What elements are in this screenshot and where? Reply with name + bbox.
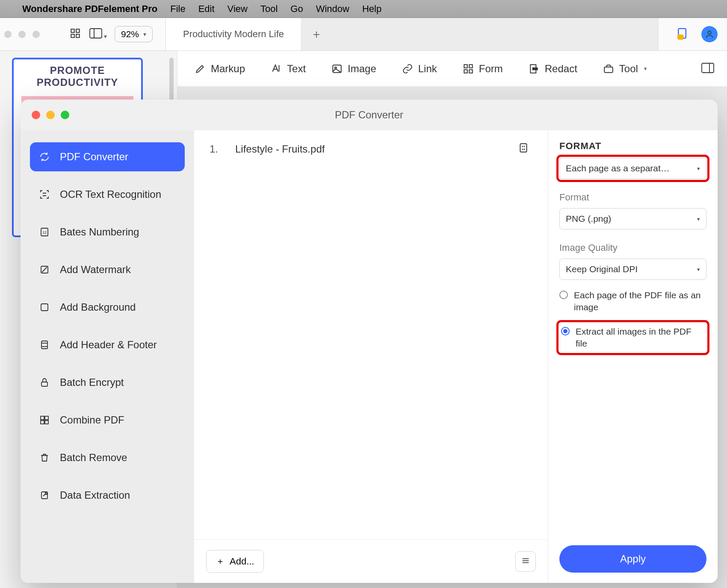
output-mode-select[interactable]: Each page as a separat… ▾ bbox=[559, 158, 706, 179]
svg-rect-34 bbox=[41, 420, 44, 424]
svg-rect-33 bbox=[45, 416, 48, 420]
protect-icon[interactable] bbox=[676, 27, 689, 41]
svg-rect-12 bbox=[464, 65, 467, 68]
sidebar-label: PDF Converter bbox=[60, 151, 128, 163]
sidebar-item-background[interactable]: Add Background bbox=[30, 293, 185, 322]
format-panel: FORMAT Each page as a separat… ▾ Format … bbox=[548, 130, 718, 583]
menu-view[interactable]: View bbox=[228, 3, 248, 15]
image-quality-value: Keep Original DPI bbox=[566, 264, 638, 274]
sidebar-item-encrypt[interactable]: Batch Encrypt bbox=[30, 368, 185, 397]
chevron-down-icon: ▾ bbox=[143, 31, 146, 38]
page-range-icon[interactable] bbox=[518, 142, 532, 156]
sidebar-item-data-extraction[interactable]: Data Extraction bbox=[30, 481, 185, 510]
sidebar-label: Combine PDF bbox=[60, 414, 124, 426]
tool-text[interactable]: Text bbox=[271, 63, 306, 75]
form-icon bbox=[463, 63, 474, 74]
svg-rect-3 bbox=[76, 34, 80, 38]
radio-icon bbox=[559, 291, 568, 299]
menu-go[interactable]: Go bbox=[290, 3, 303, 15]
svg-rect-13 bbox=[469, 65, 473, 68]
tool-form[interactable]: Form bbox=[463, 63, 503, 75]
file-list-menu-button[interactable] bbox=[515, 551, 536, 572]
svg-rect-35 bbox=[45, 420, 48, 424]
sidebar-label: OCR Text Recognition bbox=[60, 188, 161, 200]
svg-rect-18 bbox=[604, 67, 613, 72]
add-file-button[interactable]: ＋Add... bbox=[206, 550, 264, 573]
apply-button[interactable]: Apply bbox=[559, 545, 706, 573]
zoom-select[interactable]: 92% ▾ bbox=[115, 26, 153, 42]
svg-point-41 bbox=[524, 149, 525, 150]
svg-rect-28 bbox=[41, 341, 47, 349]
tool-link[interactable]: Link bbox=[402, 63, 437, 75]
document-tab[interactable]: Productivity Modern Life bbox=[166, 18, 301, 50]
svg-rect-4 bbox=[90, 29, 102, 38]
sidebar-item-watermark[interactable]: Add Watermark bbox=[30, 255, 185, 284]
sidebar-item-bates[interactable]: 12Bates Numbering bbox=[30, 218, 185, 247]
sidebar-label: Bates Numbering bbox=[60, 226, 139, 238]
thumbnail-page-title: PROMOTE PRODUCTIVITY bbox=[14, 59, 141, 94]
minimize-window-icon[interactable] bbox=[46, 111, 55, 119]
tool-redact[interactable]: Redact bbox=[529, 63, 577, 75]
zoom-value: 92% bbox=[121, 29, 139, 39]
background-icon bbox=[38, 301, 50, 313]
sidebar-toggle-icon[interactable]: ▾ bbox=[89, 28, 107, 40]
tool-sidebar: PDF Converter OCR Text Recognition 12Bat… bbox=[21, 130, 194, 583]
app-chrome: ▾ 92% ▾ Productivity Modern Life ＋ bbox=[0, 18, 727, 51]
radio-each-page[interactable]: Each page of the PDF file as an image bbox=[559, 289, 706, 314]
modal-header: PDF Converter bbox=[21, 100, 718, 130]
svg-rect-0 bbox=[71, 29, 74, 32]
menu-help[interactable]: Help bbox=[362, 3, 381, 15]
sidebar-label: Add Header & Footer bbox=[60, 339, 157, 351]
sidebar-item-batch-remove[interactable]: Batch Remove bbox=[30, 443, 185, 472]
file-row[interactable]: 1. Lifestyle - Fruits.pdf bbox=[194, 130, 548, 168]
menu-file[interactable]: File bbox=[170, 3, 185, 15]
toolbox-icon bbox=[603, 63, 614, 74]
radio-icon bbox=[561, 327, 570, 335]
sidebar-item-ocr[interactable]: OCR Text Recognition bbox=[30, 180, 185, 209]
output-mode-value: Each page as a separat… bbox=[566, 163, 670, 173]
svg-rect-2 bbox=[71, 34, 74, 38]
sidebar-label: Data Extraction bbox=[60, 489, 130, 501]
tool-markup[interactable]: Markup bbox=[195, 63, 245, 75]
apply-label: Apply bbox=[620, 553, 646, 564]
format-label: Format bbox=[559, 192, 706, 203]
image-quality-select[interactable]: Keep Original DPI ▾ bbox=[559, 259, 706, 280]
dot bbox=[4, 31, 12, 38]
sidebar-item-header-footer[interactable]: Add Header & Footer bbox=[30, 330, 185, 359]
tool-image[interactable]: Image bbox=[331, 63, 376, 75]
dot bbox=[33, 31, 40, 38]
tab-bar: Productivity Modern Life ＋ bbox=[165, 18, 727, 50]
convert-icon bbox=[38, 151, 50, 163]
close-window-icon[interactable] bbox=[32, 111, 40, 119]
svg-point-38 bbox=[522, 146, 523, 147]
add-label: Add... bbox=[230, 556, 254, 567]
sidebar-label: Batch Remove bbox=[60, 452, 127, 464]
zoom-window-icon[interactable] bbox=[61, 111, 69, 119]
account-avatar-icon[interactable] bbox=[701, 26, 718, 42]
file-format-select[interactable]: PNG (.png) ▾ bbox=[559, 208, 706, 229]
file-name: Lifestyle - Fruits.pdf bbox=[235, 143, 518, 155]
app-name[interactable]: Wondershare PDFelement Pro bbox=[22, 3, 157, 15]
menu-edit[interactable]: Edit bbox=[198, 3, 215, 15]
hamburger-icon bbox=[521, 556, 530, 567]
grid-view-icon[interactable] bbox=[70, 28, 81, 41]
sidebar-item-combine[interactable]: Combine PDF bbox=[30, 406, 185, 435]
menu-window[interactable]: Window bbox=[316, 3, 349, 15]
file-format-value: PNG (.png) bbox=[566, 214, 611, 224]
sidebar-item-pdf-converter[interactable]: PDF Converter bbox=[30, 142, 185, 171]
svg-rect-31 bbox=[41, 382, 47, 386]
view-mode-icons: ▾ bbox=[70, 28, 107, 41]
svg-point-8 bbox=[708, 31, 711, 34]
radio-extract-images[interactable]: Extract all images in the PDF file bbox=[559, 323, 706, 353]
new-tab-button[interactable]: ＋ bbox=[301, 18, 331, 50]
tool-more[interactable]: Tool▾ bbox=[603, 63, 647, 75]
link-icon bbox=[402, 63, 413, 74]
file-list-footer: ＋Add... bbox=[194, 539, 548, 583]
quality-label: Image Quality bbox=[559, 242, 706, 253]
svg-rect-1 bbox=[76, 29, 80, 32]
svg-rect-15 bbox=[469, 70, 473, 73]
panel-toggle-icon[interactable] bbox=[701, 63, 714, 75]
tab-title: Productivity Modern Life bbox=[183, 29, 284, 40]
menu-tool[interactable]: Tool bbox=[260, 3, 278, 15]
extract-icon bbox=[38, 489, 50, 501]
